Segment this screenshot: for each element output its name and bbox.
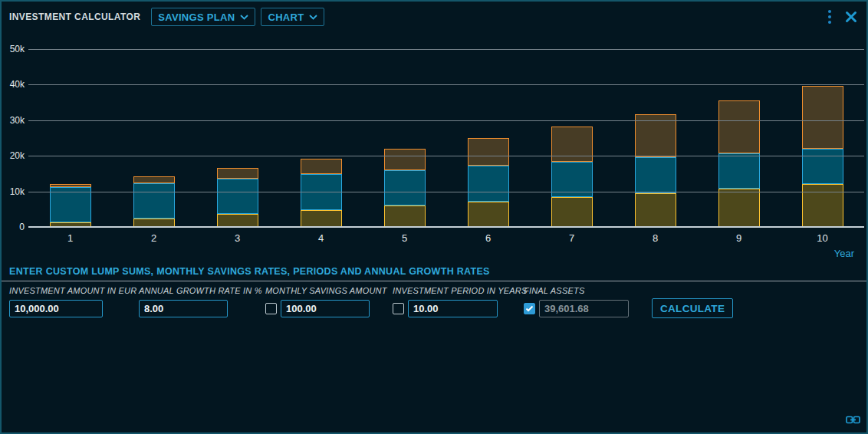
- calculate-button[interactable]: CALCULATE: [652, 298, 733, 318]
- bar-slot: [196, 50, 279, 227]
- segment-savings-contributions[interactable]: [301, 210, 342, 227]
- field-monthly-savings: MONTHLY SAVINGS AMOUNT: [265, 286, 387, 317]
- y-tick-label: 50k: [2, 44, 25, 54]
- gridline: [28, 84, 864, 85]
- segment-growth[interactable]: [468, 138, 509, 166]
- x-tick-label: 1: [28, 232, 112, 244]
- link-icon[interactable]: [846, 414, 860, 428]
- y-axis-labels: 010k20k30k40k50k: [2, 32, 25, 262]
- bar-year-7: [551, 127, 593, 227]
- segment-growth[interactable]: [133, 176, 175, 183]
- bar-slot: [446, 50, 530, 227]
- segment-initial-investment[interactable]: [718, 153, 760, 189]
- x-tick-label: 9: [697, 232, 781, 244]
- final-assets-input: [539, 300, 629, 317]
- field-final-assets: FINAL ASSETS: [524, 286, 629, 317]
- segment-initial-investment[interactable]: [802, 149, 843, 184]
- field-label: INVESTMENT PERIOD IN YEARS: [393, 286, 528, 295]
- segment-initial-investment[interactable]: [384, 170, 426, 205]
- final-assets-checkbox[interactable]: [524, 303, 535, 314]
- segment-savings-contributions[interactable]: [468, 202, 509, 227]
- investment-amount-input[interactable]: [9, 300, 103, 317]
- field-label: MONTHLY SAVINGS AMOUNT: [265, 286, 387, 295]
- gridline: [28, 49, 864, 50]
- monthly-savings-checkbox[interactable]: [265, 303, 277, 314]
- field-label: FINAL ASSETS: [524, 286, 629, 295]
- annual-growth-rate-input[interactable]: [139, 300, 228, 317]
- investment-period-checkbox[interactable]: [393, 303, 404, 314]
- plot-area: [28, 50, 864, 228]
- segment-initial-investment[interactable]: [50, 187, 91, 222]
- chart-dropdown[interactable]: CHART: [261, 8, 324, 26]
- page-title: INVESTMENT CALCULATOR: [9, 12, 140, 22]
- section-title: ENTER CUSTOM LUMP SUMS, MONTHLY SAVINGS …: [9, 266, 490, 277]
- parameters-section: ENTER CUSTOM LUMP SUMS, MONTHLY SAVINGS …: [2, 262, 866, 347]
- section-divider: [2, 281, 866, 281]
- field-investment-period: INVESTMENT PERIOD IN YEARS: [393, 286, 528, 317]
- field-label: ANNUAL GROWTH RATE IN %: [139, 286, 262, 295]
- segment-growth[interactable]: [802, 86, 843, 149]
- bar-year-4: [301, 159, 342, 227]
- segment-savings-contributions[interactable]: [217, 214, 258, 227]
- gridline: [28, 120, 864, 121]
- bar-year-2: [133, 176, 175, 227]
- x-tick-label: 7: [530, 232, 613, 244]
- x-tick-label: 3: [196, 232, 279, 244]
- gridline: [28, 156, 864, 156]
- chevron-down-icon: [309, 15, 317, 20]
- field-investment-amount: INVESTMENT AMOUNT IN EUR: [9, 286, 136, 317]
- investment-period-input[interactable]: [408, 300, 498, 317]
- bar-year-5: [384, 149, 426, 227]
- x-axis-title: Year: [834, 248, 854, 259]
- savings-plan-dropdown[interactable]: SAVINGS PLAN: [151, 8, 255, 26]
- segment-initial-investment[interactable]: [217, 179, 258, 214]
- x-axis-line: [28, 226, 864, 228]
- x-tick-label: 8: [613, 232, 697, 244]
- bar-slot: [781, 50, 864, 227]
- window-header: INVESTMENT CALCULATOR SAVINGS PLAN CHART: [2, 2, 866, 32]
- x-tick-label: 5: [363, 232, 446, 244]
- field-annual-growth-rate: ANNUAL GROWTH RATE IN %: [139, 286, 262, 317]
- bar-slot: [530, 50, 613, 227]
- segment-savings-contributions[interactable]: [384, 205, 426, 227]
- bar-year-3: [217, 168, 258, 227]
- kebab-menu-icon[interactable]: [827, 8, 833, 25]
- x-tick-label: 10: [781, 232, 864, 244]
- segment-savings-contributions[interactable]: [551, 197, 593, 227]
- chevron-down-icon: [240, 15, 248, 20]
- bar-slot: [112, 50, 196, 227]
- bar-slot: [363, 50, 446, 227]
- bar-slot: [697, 50, 781, 227]
- y-tick-label: 40k: [2, 79, 25, 90]
- savings-plan-chart: 010k20k30k40k50k 12345678910 Year: [2, 32, 866, 262]
- segment-growth[interactable]: [217, 168, 258, 179]
- segment-growth[interactable]: [718, 100, 760, 153]
- x-tick-label: 4: [279, 232, 363, 244]
- bar-year-8: [635, 114, 676, 227]
- bar-slot: [613, 50, 697, 227]
- checkmark-icon: [525, 305, 534, 312]
- monthly-savings-input[interactable]: [281, 300, 370, 317]
- chart-dropdown-label: CHART: [268, 12, 304, 23]
- bars: [28, 50, 864, 227]
- segment-savings-contributions[interactable]: [635, 193, 676, 228]
- segment-initial-investment[interactable]: [133, 183, 175, 219]
- segment-growth[interactable]: [384, 149, 426, 170]
- x-tick-label: 6: [446, 232, 530, 244]
- bar-slot: [28, 50, 112, 227]
- x-tick-label: 2: [112, 232, 196, 244]
- y-tick-label: 20k: [2, 150, 25, 161]
- investment-calculator-window: INVESTMENT CALCULATOR SAVINGS PLAN CHART…: [0, 0, 868, 434]
- y-tick-label: 30k: [2, 115, 25, 126]
- bar-year-6: [468, 138, 509, 227]
- close-icon[interactable]: [843, 9, 859, 25]
- segment-initial-investment[interactable]: [635, 157, 676, 192]
- x-axis-labels: 12345678910: [28, 232, 864, 244]
- gridline: [28, 192, 864, 192]
- segment-growth[interactable]: [301, 159, 342, 175]
- bar-slot: [279, 50, 363, 227]
- field-label: INVESTMENT AMOUNT IN EUR: [9, 286, 136, 295]
- segment-initial-investment[interactable]: [468, 166, 509, 201]
- segment-savings-contributions[interactable]: [718, 189, 760, 227]
- y-tick-label: 0: [2, 222, 25, 232]
